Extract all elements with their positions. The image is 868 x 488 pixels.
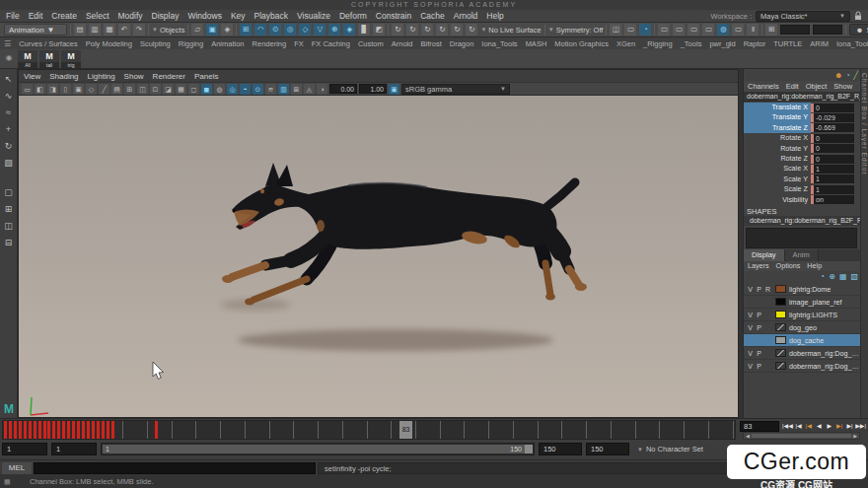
step-forward-frame-button[interactable]: ▶| xyxy=(845,420,854,432)
menu-help[interactable]: Help xyxy=(486,11,503,21)
viewport-panel-icon[interactable]: ▭ xyxy=(624,24,636,35)
menu-cache[interactable]: Cache xyxy=(420,11,445,21)
channel-value[interactable]: on xyxy=(811,195,854,204)
viewport-menu-show[interactable]: Show xyxy=(124,72,144,81)
shelf-tab-turtle[interactable]: TURTLE xyxy=(773,39,802,48)
channel-value[interactable]: 0 xyxy=(811,144,854,153)
channel-box-side-tab[interactable]: Channel Box / Layer Editor xyxy=(861,73,868,175)
shelf-tab-curves-surfaces[interactable]: Curves / Surfaces xyxy=(19,39,78,48)
multisample-icon[interactable]: ▥ xyxy=(278,84,289,95)
gate-mask-icon[interactable]: ◪ xyxy=(163,84,174,95)
highlight-selection-icon[interactable]: ◩ xyxy=(373,24,385,35)
current-time-marker[interactable]: 83 xyxy=(399,421,412,439)
symmetry-dropdown[interactable]: ▼Symmetry: Off xyxy=(548,26,604,35)
channel-box-menu-channels[interactable]: Channels xyxy=(748,82,779,91)
play-backwards-button[interactable]: ◀ xyxy=(815,420,824,432)
undo-icon[interactable]: ↶ xyxy=(118,24,130,35)
layer-color-swatch[interactable] xyxy=(775,323,786,331)
speed-ramp-icon[interactable]: ◔ xyxy=(845,71,850,80)
workspace-dropdown[interactable]: Maya Classic* ▼ xyxy=(756,11,850,22)
exposure-field[interactable]: 0.00 xyxy=(329,84,357,94)
shelf-menu-icon[interactable]: ☰ xyxy=(4,39,11,48)
view-transform-dropdown[interactable]: sRGB gamma ▼ xyxy=(401,84,510,95)
channel-box-menu-show[interactable]: Show xyxy=(833,82,852,91)
side-tab-strip[interactable]: Channel Box / Layer Editor xyxy=(860,69,868,418)
menu-key[interactable]: Key xyxy=(231,11,246,21)
layer-menu-layers[interactable]: Layers xyxy=(748,261,769,271)
history-icon-3[interactable]: ↻ xyxy=(421,24,433,35)
channel-row[interactable]: Translate Z-0.669 xyxy=(744,123,860,133)
layer-tab-anim[interactable]: Anim xyxy=(785,249,819,261)
shelf-tab-rendering[interactable]: Rendering xyxy=(253,39,287,48)
grid-toggle-icon[interactable]: ⊞ xyxy=(124,84,135,95)
range-end-handle[interactable] xyxy=(525,445,533,453)
layer-color-swatch[interactable] xyxy=(775,285,786,293)
layer-color-swatch[interactable] xyxy=(775,349,786,357)
two-pane-layout-icon[interactable]: ◫ xyxy=(2,219,16,233)
channel-value[interactable]: 0 xyxy=(811,155,854,164)
open-scene-icon[interactable]: ▥ xyxy=(89,24,101,35)
2d-pan-zoom-icon[interactable]: ◇ xyxy=(86,84,97,95)
shape-node-name[interactable]: doberman_rig:doberman_rig_B2F_R_P... xyxy=(744,216,860,226)
render-settings-icon[interactable]: ▭ xyxy=(702,24,714,35)
layer-scrollbar[interactable]: ◀ ▶ xyxy=(743,432,860,440)
scrollbar-thumb[interactable] xyxy=(752,434,851,438)
textured-icon[interactable]: ◍ xyxy=(214,84,225,95)
make-live-icon[interactable]: ▽ xyxy=(314,24,326,35)
viewport-canvas[interactable] xyxy=(19,96,738,417)
layer-visible-toggle[interactable]: V xyxy=(746,350,755,357)
layer-visible-toggle[interactable]: V xyxy=(746,286,755,293)
history-icon-5[interactable]: ↻ xyxy=(451,24,463,35)
scroll-right-icon[interactable]: ▶ xyxy=(853,433,857,439)
layer-from-selected-icon[interactable]: ▦ xyxy=(839,272,847,281)
channel-value[interactable]: 0 xyxy=(811,134,854,143)
isolate-select-icon[interactable]: ◬ xyxy=(304,84,315,95)
grid-options-icon[interactable]: ⊞ xyxy=(765,24,777,35)
shelf-tab-iona-tools2[interactable]: Iona_Tools2 xyxy=(836,39,868,48)
channel-row[interactable]: Rotate Y0 xyxy=(744,144,860,154)
viewport-menu-view[interactable]: View xyxy=(24,72,40,81)
channel-row[interactable]: Visibilityon xyxy=(744,195,860,205)
channel-edit-icon[interactable]: ╱ xyxy=(853,71,858,80)
shelf-tab-arim[interactable]: ARIM xyxy=(810,39,829,48)
move-tool-icon[interactable]: + xyxy=(2,122,16,136)
shelf-tab-custom[interactable]: Custom xyxy=(358,39,384,48)
menu-constrain[interactable]: Constrain xyxy=(376,11,411,21)
character-set-dropdown[interactable]: ▼ No Character Set xyxy=(637,443,703,455)
shelf-tab--tools[interactable]: _Tools xyxy=(681,39,702,48)
layer-color-swatch[interactable] xyxy=(775,336,786,344)
channel-row[interactable]: Rotate X0 xyxy=(744,133,860,143)
animation-start-field[interactable]: 1 xyxy=(2,443,47,455)
shelf-tab-bifrost[interactable]: Bifrost xyxy=(420,39,441,48)
lock-selection-icon[interactable]: ▊ xyxy=(358,24,370,35)
channel-value[interactable]: 0 xyxy=(811,104,854,112)
channel-value[interactable]: 1 xyxy=(811,165,854,174)
select-tool-icon[interactable]: ↖ xyxy=(2,72,16,86)
paint-select-tool-icon[interactable]: ≈ xyxy=(2,105,16,119)
layer-color-swatch[interactable] xyxy=(775,298,786,306)
layer-row[interactable]: VPRlightrig:Dome xyxy=(744,283,860,296)
menu-display[interactable]: Display xyxy=(152,11,180,21)
history-icon-4[interactable]: ↻ xyxy=(436,24,448,35)
film-gate-icon[interactable]: ◫ xyxy=(137,84,148,95)
shelf-tab-fx-caching[interactable]: FX Caching xyxy=(312,39,350,48)
menu-deform[interactable]: Deform xyxy=(339,11,367,21)
ao-icon[interactable]: ⊙ xyxy=(253,84,263,95)
layer-row[interactable]: VPdoberman_rig:Dog_Jiggle_CTRL xyxy=(744,347,860,360)
pin-channel-box-icon[interactable]: ☻ xyxy=(834,71,842,80)
snap-rivet-icon[interactable]: ⊕ xyxy=(328,24,340,35)
layer-color-swatch[interactable] xyxy=(775,311,786,318)
history-icon-6[interactable]: ↻ xyxy=(466,24,477,35)
menu-modify[interactable]: Modify xyxy=(118,11,143,21)
select-hierarchy-icon[interactable]: ▱ xyxy=(191,24,203,35)
command-input[interactable] xyxy=(34,462,316,474)
exposure-icon[interactable]: ◑ xyxy=(317,84,327,95)
select-camera-icon[interactable]: ▭ xyxy=(22,84,33,95)
shelf-tab-xgen[interactable]: XGen xyxy=(616,39,635,48)
empty-layer-icon[interactable]: ⊕ xyxy=(829,272,835,281)
range-slider-track[interactable] xyxy=(103,445,533,453)
shelf-options-icon[interactable]: ◉ xyxy=(2,50,16,66)
viewport-menu-panels[interactable]: Panels xyxy=(194,72,218,81)
field-chart-icon[interactable]: ▦ xyxy=(176,84,186,95)
animation-end-field[interactable]: 150 xyxy=(586,443,629,455)
